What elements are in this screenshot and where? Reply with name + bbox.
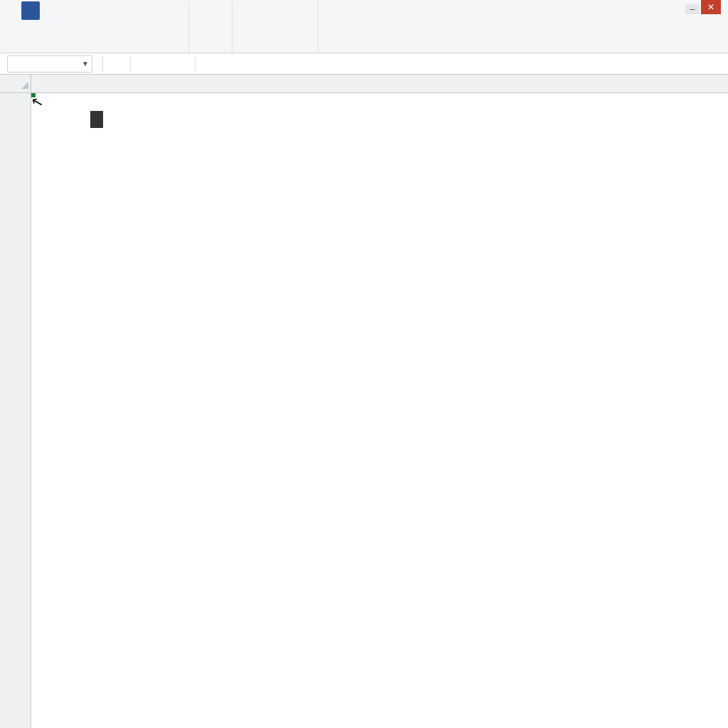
svg-marker-0 <box>21 82 28 89</box>
chevron-down-icon: ▼ <box>82 60 89 68</box>
puzzle-icon <box>198 1 215 18</box>
cells-area[interactable]: ↖ <box>31 93 728 728</box>
ribbon-grapeb-button[interactable] <box>51 18 60 33</box>
name-box[interactable]: ▼ <box>7 55 92 73</box>
fx-icon[interactable] <box>201 56 217 72</box>
ribbon-home-icon[interactable] <box>43 1 68 16</box>
fx-check-button[interactable] <box>155 56 171 72</box>
column-headers[interactable] <box>31 75 728 93</box>
ribbon-is-button[interactable] <box>112 1 121 16</box>
folder-icon <box>292 1 309 18</box>
fx-cancel-button[interactable] <box>173 56 189 72</box>
ribbon-dismapes-button[interactable] <box>193 1 219 41</box>
collapse-button[interactable] <box>109 56 124 72</box>
ribbon-ccs-button[interactable] <box>219 1 228 41</box>
ribbon-moir-button[interactable] <box>68 1 77 16</box>
window-close-button[interactable]: ✕ <box>701 0 721 14</box>
formula-bar: ▼ <box>0 53 728 75</box>
ribbon-fu-button[interactable] <box>67 18 77 33</box>
select-all-corner[interactable] <box>0 75 31 93</box>
app-logo[interactable] <box>21 1 40 20</box>
row-headers[interactable] <box>0 93 31 728</box>
spreadsheet-grid[interactable]: ↖ <box>0 75 728 728</box>
chart-icon <box>267 1 284 18</box>
book-icon <box>241 1 258 18</box>
window-minimize-button[interactable]: – <box>685 4 700 14</box>
ribbon-rdlccwen-button[interactable] <box>237 1 262 41</box>
ribbon: – ✕ <box>0 0 728 53</box>
ribbon-raly-button[interactable] <box>262 1 288 41</box>
menu-dots-icon[interactable] <box>90 111 103 128</box>
fx-arrow-button[interactable] <box>136 56 152 72</box>
ribbon-site-button[interactable] <box>43 18 51 33</box>
ribbon-sertfact-button[interactable] <box>288 1 314 41</box>
